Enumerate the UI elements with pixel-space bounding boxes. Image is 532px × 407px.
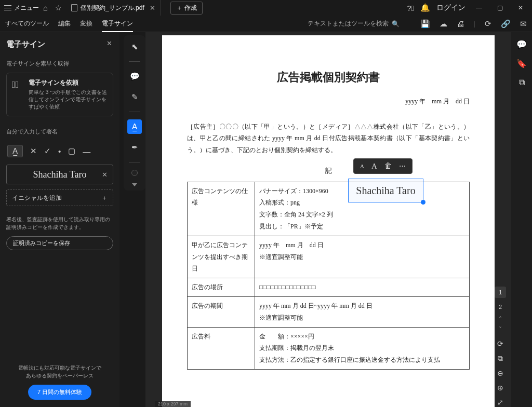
doc-table: 広告コンテンツの仕様バナーサイズ：1300×960 入稿形式：png 文字数：全… [187, 182, 470, 370]
esign-panel: ✕ 電子サイン 電子サインを素早く取得 ✎⃝ 電子サインを依頼 簡単な 3 つの… [0, 32, 119, 407]
comment-tool[interactable]: 💬 [127, 69, 142, 84]
selection-tool[interactable]: ⬉ [127, 39, 142, 54]
placed-signature-text: Shachiha Taro [356, 181, 415, 200]
fit-screen-icon[interactable]: ⤢ [497, 398, 503, 406]
status-page-size: 210 x 297 mm [155, 401, 191, 407]
doc-title: 広告掲載個別契約書 [187, 66, 470, 88]
expand-toolbar-icon[interactable] [132, 183, 137, 186]
signature-toolbar: A A 🗑 ⋯ [353, 158, 413, 174]
page-navigation: 1 2 ˄ ˅ ⟳ ⧉ ⊖ ⊕ ⤢ [494, 287, 507, 406]
zoom-in-icon[interactable]: ⊕ [497, 384, 503, 392]
add-initials-label: イニシャルを追加 [12, 194, 62, 202]
x-mark-tool[interactable]: ✕ [30, 146, 37, 156]
table-cell: 甲が乙に広告コンテンツを提出すべき期日 [188, 236, 255, 278]
self-sign-label: 自分で入力して署名 [6, 128, 113, 135]
help-icon[interactable]: ?⃝ [407, 4, 414, 12]
copy-icon[interactable]: ⧉ [519, 78, 525, 87]
table-cell: □□□□□□□□□□□□□□□ [255, 278, 470, 297]
bookmark-icon[interactable]: 🔖 [516, 59, 527, 69]
close-button[interactable]: ✕ [513, 4, 528, 11]
create-label: 作成 [184, 4, 197, 12]
table-cell: yyyy 年 mm 月 dd 日~yyyy 年 mm 月 dd 日 ※適宜調整可… [255, 297, 470, 328]
clear-signature-icon[interactable]: ✕ [102, 171, 108, 179]
fill-sign-tool[interactable]: A̲ [127, 119, 142, 134]
plus-icon: ＋ [176, 4, 182, 12]
rotate-icon[interactable]: ⟳ [497, 340, 503, 348]
zoom-out-icon[interactable]: ⊖ [497, 369, 503, 377]
check-mark-tool[interactable]: ✓ [44, 146, 51, 156]
maximize-button[interactable]: ▢ [493, 4, 507, 11]
page-down-icon[interactable]: ˅ [499, 326, 502, 333]
tab-convert[interactable]: 変換 [80, 19, 92, 28]
table-cell: 金 額：×××××円 支払期限：掲載月の翌月末 支払方法：乙の指定する銀行口座に… [255, 327, 470, 369]
document-icon [71, 4, 77, 11]
rect-tool[interactable]: ▢ [68, 146, 75, 156]
increase-size-button[interactable]: A [371, 159, 377, 174]
after-sign-note: 署名後、監査証跡を使用して読み取り専用の証明済みコピーを作成できます。 [6, 215, 113, 231]
request-signature-title: 電子サインを依頼 [29, 78, 108, 87]
page-1-button[interactable]: 1 [495, 287, 506, 298]
delete-signature-button[interactable]: 🗑 [384, 159, 392, 173]
hamburger-icon [4, 5, 11, 10]
chat-icon[interactable]: 💬 [516, 39, 527, 49]
resize-handle[interactable] [421, 200, 425, 205]
request-signature-icon: ✎⃝ [12, 79, 23, 111]
page-2-button[interactable]: 2 [495, 301, 506, 313]
pdf-page: 広告掲載個別契約書 yyyy 年 mm 月 dd 日 ［広告主］〇〇〇（以下「甲… [162, 35, 495, 407]
text-field-tool[interactable]: A̲ [7, 145, 23, 157]
create-button[interactable]: ＋ 作成 [170, 2, 203, 15]
request-signature-desc: 簡単な 3 つの手順でこの文書を送信してオンラインで電子サインをすばやく依頼 [29, 89, 108, 111]
quick-get-label: 電子サインを素早く取得 [6, 60, 113, 67]
doc-paragraph: ［広告主］〇〇〇（以下「甲」という。）と［メディア］△△△株式会社（以下「乙」と… [187, 121, 470, 156]
mail-icon[interactable]: ✉ [520, 19, 527, 29]
signature-name: Shachiha Taro [33, 169, 87, 180]
share-icon[interactable]: ⟳ [485, 19, 491, 29]
line-tool[interactable]: — [83, 147, 90, 156]
bell-icon[interactable]: 🔔 [420, 3, 430, 12]
close-panel-icon[interactable]: ✕ [107, 39, 112, 47]
tab-title: 個別契約_サンプル.pdf [81, 4, 144, 12]
cloud-upload-icon[interactable]: ☁ [440, 19, 447, 29]
search-icon[interactable]: 🔍 [392, 20, 400, 28]
promo-message: 電帳法にも対応可能な電子サインで あらゆる契約をペーパーレス [6, 364, 113, 379]
tab-esign[interactable]: 電子サイン [102, 19, 133, 32]
more-icon[interactable]: ⋯ [399, 160, 406, 173]
dot-tool[interactable]: • [58, 147, 61, 156]
page-up-icon[interactable]: ˄ [499, 316, 502, 323]
tab-edit[interactable]: 編集 [58, 19, 71, 28]
star-icon[interactable]: ☆ [55, 4, 62, 12]
right-rail: 💬 🔖 ⧉ [511, 32, 532, 407]
document-tab[interactable]: 個別契約_サンプル.pdf ✕ [66, 0, 161, 16]
menu-button[interactable]: メニュー [4, 4, 39, 12]
free-trial-button[interactable]: 7 日間の無料体験 [28, 385, 91, 400]
sign-tool[interactable]: ✒ [127, 140, 142, 155]
minimize-button[interactable]: — [472, 4, 486, 11]
table-cell: 広告料 [188, 327, 255, 369]
table-cell: 広告の場所 [188, 278, 255, 297]
home-icon[interactable]: ⌂ [43, 4, 48, 12]
table-cell: 広告コンテンツの仕様 [188, 182, 255, 236]
print-icon[interactable]: 🖨 [457, 19, 464, 28]
highlight-tool[interactable]: ✎ [127, 90, 142, 104]
panel-title: 電子サイン [6, 39, 113, 49]
fill-tools-row: A̲ ✕ ✓ • ▢ — [7, 145, 112, 157]
login-button[interactable]: ログイン [436, 3, 466, 12]
signature-box[interactable]: Shachiha Taro ✕ [6, 165, 113, 184]
add-initials-button[interactable]: イニシャルを追加 ＋ [6, 189, 113, 206]
doc-date: yyyy 年 mm 月 dd 日 [187, 96, 470, 107]
menu-label: メニュー [14, 4, 39, 12]
color-picker[interactable] [131, 170, 138, 176]
save-icon[interactable]: 💾 [420, 19, 430, 29]
request-signature-card[interactable]: ✎⃝ 電子サインを依頼 簡単な 3 つの手順でこの文書を送信してオンラインで電子… [6, 73, 113, 116]
link-icon[interactable]: 🔗 [501, 19, 511, 29]
document-canvas[interactable]: 広告掲載個別契約書 yyyy 年 mm 月 dd 日 ［広告主］〇〇〇（以下「甲… [145, 32, 511, 407]
tab-all-tools[interactable]: すべてのツール [5, 19, 49, 28]
close-tab-icon[interactable]: ✕ [150, 4, 155, 12]
save-certified-copy-button[interactable]: 証明済みコピーを保存 [6, 236, 113, 250]
doc-ki: 記 [187, 165, 470, 178]
page-layout-icon[interactable]: ⧉ [498, 354, 503, 363]
quick-toolbar: ⬉ 💬 ✎ A̲ ✒ [124, 35, 145, 191]
placed-signature[interactable]: Shachiha Taro [348, 179, 423, 202]
search-placeholder[interactable]: テキストまたはツールを検索 [308, 19, 389, 28]
decrease-size-button[interactable]: A [360, 161, 364, 172]
